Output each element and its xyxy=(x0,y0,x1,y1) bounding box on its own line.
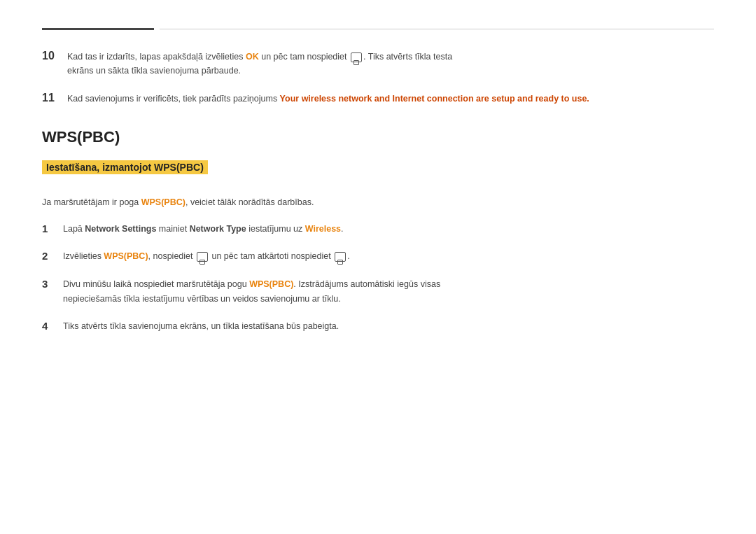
section-10-line2: ekrāns un sākta tīkla savienojuma pārbau… xyxy=(67,66,241,76)
intro-before: Ja maršrutētājam ir poga xyxy=(42,197,141,207)
section-10-text-before: Kad tas ir izdarīts, lapas apakšdaļā izv… xyxy=(67,52,246,62)
step-2-content: Izvēlieties WPS(PBC), nospiediet un pēc … xyxy=(63,249,714,264)
step-1-text-mid2: iestatījumu uz xyxy=(246,224,305,234)
subheading-container: Iestatīšana, izmantojot WPS(PBC) xyxy=(42,160,714,185)
section-10-text-icon1: . Tiks atvērts tīkla testa xyxy=(363,52,452,62)
section-10-text-after: un pēc tam nospiediet xyxy=(259,52,349,62)
section-11-highlight: Your wireless network and Internet conne… xyxy=(280,94,589,104)
step-4-number: 4 xyxy=(42,319,63,332)
top-divider xyxy=(42,28,714,30)
step-2-text-mid2: un pēc tam atkārtoti nospiediet xyxy=(209,251,333,261)
step-3-line1-after: . Izstrādājums automātiski iegūs visas xyxy=(293,279,440,289)
wps-heading: WPS(PBC) xyxy=(42,128,714,146)
step-2: 2 Izvēlieties WPS(PBC), nospiediet un pē… xyxy=(42,249,714,264)
step-2-text-mid: , nospiediet xyxy=(148,251,195,261)
step-1-text-before: Lapā xyxy=(63,224,85,234)
step-1: 1 Lapā Network Settings mainiet Network … xyxy=(42,222,714,237)
step-3-line1-before: Divu minūšu laikā nospiediet maršrutētāj… xyxy=(63,279,249,289)
subheading: Iestatīšana, izmantojot WPS(PBC) xyxy=(42,160,208,174)
enter-icon-2 xyxy=(197,252,208,262)
page-container: 10 Kad tas ir izdarīts, lapas apakšdaļā … xyxy=(42,28,714,334)
enter-icon-3 xyxy=(335,252,346,262)
section-10-number: 10 xyxy=(42,50,67,62)
step-4-content: Tiks atvērts tīkla savienojuma ekrāns, u… xyxy=(63,319,714,334)
step-1-text-mid1: mainiet xyxy=(156,224,189,234)
step-4-text: Tiks atvērts tīkla savienojuma ekrāns, u… xyxy=(63,321,339,331)
step-4: 4 Tiks atvērts tīkla savienojuma ekrāns,… xyxy=(42,319,714,334)
step-1-number: 1 xyxy=(42,222,63,234)
step-2-label1: WPS(PBC) xyxy=(104,251,148,261)
step-3-content: Divu minūšu laikā nospiediet maršrutētāj… xyxy=(63,277,714,307)
step-1-text-after: . xyxy=(341,224,343,234)
divider-dark xyxy=(42,28,154,30)
step-2-text-after: . xyxy=(347,251,349,261)
step-2-number: 2 xyxy=(42,249,63,262)
step-2-text-before: Izvēlieties xyxy=(63,251,104,261)
intro-text: Ja maršrutētājam ir poga WPS(PBC), veici… xyxy=(42,195,714,209)
section-11-number: 11 xyxy=(42,92,67,104)
section-11-content: Kad savienojums ir verificēts, tiek parā… xyxy=(67,92,714,106)
step-1-label2: Network Type xyxy=(190,224,246,234)
step-1-content: Lapā Network Settings mainiet Network Ty… xyxy=(63,222,714,237)
section-10: 10 Kad tas ir izdarīts, lapas apakšdaļā … xyxy=(42,50,714,78)
section-11-text-before: Kad savienojums ir verificēts, tiek parā… xyxy=(67,94,280,104)
divider-light xyxy=(160,29,714,29)
section-10-content: Kad tas ir izdarīts, lapas apakšdaļā izv… xyxy=(67,50,714,78)
intro-after: , veiciet tālāk norādītās darbības. xyxy=(186,197,314,207)
ok-label: OK xyxy=(246,52,259,62)
enter-icon-1 xyxy=(351,52,362,62)
step-1-label3: Wireless xyxy=(305,224,341,234)
intro-wps-label: WPS(PBC) xyxy=(141,197,186,207)
step-3-label1: WPS(PBC) xyxy=(249,279,293,289)
step-3-number: 3 xyxy=(42,277,63,290)
step-3: 3 Divu minūšu laikā nospiediet maršrutēt… xyxy=(42,277,714,307)
step-3-line2: nepieciešamās tīkla iestatījumu vērtības… xyxy=(63,294,341,304)
section-11: 11 Kad savienojums ir verificēts, tiek p… xyxy=(42,92,714,106)
step-1-label1: Network Settings xyxy=(85,224,156,234)
